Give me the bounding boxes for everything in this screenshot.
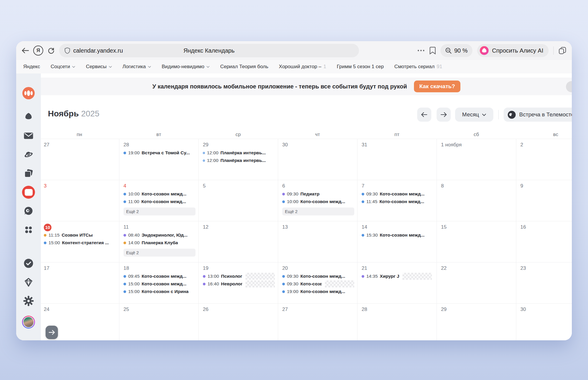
calendar-day-cell[interactable]: 1809:45Кото-созвон межд...15:00Кото-созв…	[119, 262, 198, 304]
event-item[interactable]: 09:30Кото-созвон межд...	[362, 190, 434, 198]
calendar-day-cell[interactable]: 5	[198, 180, 278, 221]
calendar-day-cell[interactable]: 1011:15Созвон ИТСы15:00Контент-стратегия…	[41, 221, 119, 262]
settings-gear-icon[interactable]	[22, 294, 35, 307]
yandex360-logo[interactable]	[22, 87, 35, 100]
address-bar[interactable]: calendar.yandex.ru Яндекс Календарь	[59, 44, 359, 57]
event-item[interactable]: 19:00Встреча с Томой Су...	[123, 149, 196, 157]
ask-alice-button[interactable]: Спросить Алису AI	[477, 44, 549, 57]
calendar-day-cell[interactable]: 2009:30Кото-созвон межд...09:30Кото-созв…	[278, 262, 357, 304]
event-item[interactable]: 19:00Кото-созвон межд...	[282, 288, 354, 295]
services-grid-icon[interactable]	[22, 223, 35, 236]
prev-month-button[interactable]	[417, 108, 431, 122]
bookmark-item[interactable]: Гримм 5 сезон 1 сер	[337, 64, 384, 70]
calendar-day-cell[interactable]: 23	[516, 262, 572, 304]
more-events-chip[interactable]: Ещё 2	[123, 207, 196, 215]
calendar-day-cell[interactable]: 2912:00Планёрка интервь...12:00Планёрка …	[198, 139, 278, 180]
calendar-day-cell[interactable]: 8	[437, 180, 516, 221]
calendar-day-cell[interactable]: 2114:35Хирург J	[357, 262, 437, 304]
premium-diamond-icon[interactable]	[22, 276, 35, 289]
calendar-day-cell[interactable]: 2	[516, 139, 572, 180]
calendar-day-cell[interactable]: 1415:30Кото-созвон межд...	[357, 221, 437, 262]
event-item[interactable]: 12:00Планёрка интервь...	[203, 157, 275, 164]
event-item[interactable]: 15:30Кото-созвон межд...	[362, 231, 434, 239]
bookmark-item[interactable]: Логистика	[123, 64, 151, 70]
calendar-day-cell[interactable]: 12	[198, 221, 278, 262]
calendar-day-cell[interactable]: 27	[41, 139, 119, 180]
telemost-meeting-button[interactable]: Встреча в Телемосте	[504, 108, 572, 122]
more-menu-icon[interactable]	[417, 49, 425, 52]
calendar-day-cell[interactable]: 17	[41, 262, 119, 304]
download-app-button[interactable]: Как скачать?	[414, 81, 460, 92]
yandex-browser-icon[interactable]: Я	[33, 46, 43, 56]
calendar-day-cell[interactable]: 1108:40Эндокринолог, Юд...14:00Планерка …	[119, 221, 198, 262]
bookmark-item[interactable]: Яндекс	[23, 64, 40, 70]
calendar-day-cell[interactable]: 13	[278, 221, 357, 262]
messenger-icon[interactable]	[22, 205, 35, 217]
calendar-day-cell[interactable]: 25	[119, 304, 198, 340]
bookmark-item[interactable]: Соцсети	[51, 64, 75, 70]
event-item[interactable]: 16:40Невролог,	[203, 280, 275, 288]
calendar-day-cell[interactable]: 709:30Кото-созвон межд...11:45Кото-созво…	[357, 180, 437, 221]
event-item[interactable]: 12:00Планёрка интервь...	[203, 149, 275, 157]
calendar-day-cell[interactable]: 1 ноября	[437, 139, 516, 180]
calendar-day-cell[interactable]: 27	[278, 304, 357, 340]
more-events-chip[interactable]: Ещё 2	[282, 207, 354, 215]
user-avatar[interactable]	[22, 316, 35, 329]
event-item[interactable]: 11:00Кото-созвон межд...	[123, 198, 196, 205]
calendar-day-cell[interactable]: 30	[516, 304, 572, 340]
calendar-day-cell[interactable]: 609:30Педиатр10:00Кото-созвон межд...Ещё…	[278, 180, 357, 221]
event-item[interactable]: 15:00Контент-стратегия ...	[44, 239, 116, 247]
back-button[interactable]	[21, 47, 29, 54]
bookmark-item[interactable]: Сериал Теория боль	[220, 64, 268, 70]
calendar-day-cell[interactable]: 30	[278, 139, 357, 180]
calendar-day-cell[interactable]: 22	[437, 262, 516, 304]
event-item[interactable]: 08:40Эндокринолог, Юд...	[123, 231, 196, 239]
tasks-check-icon[interactable]	[22, 257, 35, 270]
calendar-day-cell[interactable]: 1913:00Психолог Г16:40Невролог,	[198, 262, 278, 304]
event-item[interactable]: 15:00Кото-созвон межд...	[123, 280, 196, 288]
event-item[interactable]: 11:45Кото-созвон межд...	[362, 198, 434, 205]
more-events-chip[interactable]: Ещё 2	[123, 249, 196, 257]
bookmark-item[interactable]: Смотреть сериал 91	[394, 64, 442, 70]
refresh-button[interactable]	[47, 47, 55, 54]
calendar-day-cell[interactable]: 15	[437, 221, 516, 262]
event-item[interactable]: 15:00Кото-созвон с Ирина	[123, 288, 196, 295]
event-item[interactable]: 13:00Психолог Г	[203, 272, 275, 280]
calendar-day-cell[interactable]: 3	[41, 180, 119, 221]
event-item[interactable]: 10:00Кото-созвон межд...	[123, 190, 196, 198]
event-item[interactable]: 14:00Планерка Клуба	[123, 239, 196, 247]
calendar-day-cell[interactable]: 26	[198, 304, 278, 340]
event-item[interactable]: 09:30Педиатр	[282, 190, 354, 198]
zoom-control[interactable]: 90 %	[440, 44, 472, 57]
tabs-icon[interactable]	[558, 46, 567, 55]
documents-icon[interactable]	[22, 167, 35, 180]
event-item[interactable]: 11:15Созвон ИТСы	[44, 231, 116, 239]
bookmark-item[interactable]: Видимо-невидимо	[162, 64, 210, 70]
calendar-day-cell[interactable]: 28	[357, 304, 437, 340]
calendar-day-cell[interactable]: 29	[437, 304, 516, 340]
alice-icon[interactable]	[22, 111, 35, 123]
calendar-day-cell[interactable]: 410:00Кото-созвон межд...11:00Кото-созво…	[119, 180, 198, 221]
event-item[interactable]: 09:30Кото-созвон межд...	[282, 272, 354, 280]
event-time: 16:40	[208, 281, 219, 287]
event-item[interactable]: 10:00Кото-созвон межд...	[282, 198, 354, 205]
bookmark-icon[interactable]	[430, 47, 436, 54]
disk-icon[interactable]	[22, 148, 35, 161]
scroll-forward-button[interactable]	[46, 326, 58, 339]
next-month-button[interactable]	[437, 108, 451, 122]
day-number: 29	[441, 306, 513, 314]
mail-icon[interactable]	[22, 129, 35, 142]
calendar-day-cell[interactable]: 16	[516, 221, 572, 262]
event-dot-icon	[123, 242, 126, 244]
calendar-icon[interactable]	[22, 186, 35, 199]
calendar-day-cell[interactable]: 9	[516, 180, 572, 221]
event-item[interactable]: 09:30Кото-созвон с С	[282, 280, 354, 288]
bookmark-item[interactable]: Сервисы	[86, 64, 112, 70]
day-number: 19	[203, 265, 275, 272]
bookmark-item[interactable]: Хороший доктор – 1	[279, 64, 326, 70]
view-selector[interactable]: Месяц	[455, 108, 493, 122]
calendar-day-cell[interactable]: 2819:00Встреча с Томой Су...	[119, 139, 198, 180]
event-item[interactable]: 09:45Кото-созвон межд...	[123, 272, 196, 280]
calendar-day-cell[interactable]: 31	[357, 139, 437, 180]
event-item[interactable]: 14:35Хирург J	[362, 272, 434, 280]
